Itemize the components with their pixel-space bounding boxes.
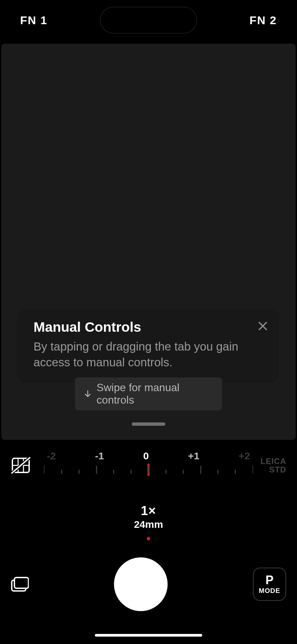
manual-controls-tooltip: Manual Controls By tapping or dragging t…: [18, 309, 279, 383]
shutter-button[interactable]: [114, 557, 168, 611]
manual-controls-handle[interactable]: [132, 422, 165, 426]
leica-brand-label: LEICA: [259, 457, 286, 465]
tooltip-close-button[interactable]: [255, 319, 270, 333]
camera-viewfinder[interactable]: Manual Controls By tapping or dragging t…: [1, 44, 296, 440]
ev-label-zero: 0: [143, 450, 149, 462]
zoom-focal-length: 24mm: [0, 519, 297, 530]
gallery-icon: [11, 577, 29, 592]
ev-label-plus1: +1: [188, 450, 199, 462]
gallery-button[interactable]: [11, 577, 29, 592]
exposure-row: -2 -1 0 +1 +2 LEICA STD: [0, 449, 297, 482]
ev-labels: -2 -1 0 +1 +2: [44, 450, 253, 462]
home-indicator[interactable]: [95, 634, 202, 637]
fn1-button[interactable]: FN 1: [20, 14, 48, 27]
ev-label-plus2: +2: [239, 450, 250, 462]
tooltip-body: By tapping or dragging the tab you gain …: [34, 338, 241, 370]
svg-rect-7: [14, 578, 28, 588]
close-icon: [257, 321, 268, 331]
grid-toggle-button[interactable]: [11, 457, 31, 474]
ev-ticks: [44, 464, 253, 478]
arrow-down-icon: [84, 389, 92, 398]
leica-look-name: STD: [259, 465, 286, 474]
mode-label: MODE: [259, 587, 280, 595]
leica-look-button[interactable]: LEICA STD: [259, 457, 286, 474]
ev-label-minus2: -2: [47, 450, 56, 462]
bottom-bar: P MODE: [0, 551, 297, 618]
mode-letter: P: [265, 574, 274, 586]
zoom-dot-indicator: [147, 537, 150, 540]
ev-label-minus1: -1: [95, 450, 104, 462]
zoom-indicator[interactable]: 1× 24mm: [0, 504, 297, 540]
swipe-hint[interactable]: Swipe for manual controls: [75, 377, 222, 410]
mode-button[interactable]: P MODE: [253, 567, 286, 601]
tooltip-title: Manual Controls: [34, 319, 267, 335]
zoom-multiplier: 1×: [0, 504, 297, 518]
exposure-compensation-slider[interactable]: -2 -1 0 +1 +2: [44, 450, 253, 480]
fn2-button[interactable]: FN 2: [249, 14, 277, 27]
dynamic-island: [100, 7, 197, 34]
grid-off-icon: [11, 457, 31, 474]
swipe-hint-label: Swipe for manual controls: [97, 381, 213, 406]
